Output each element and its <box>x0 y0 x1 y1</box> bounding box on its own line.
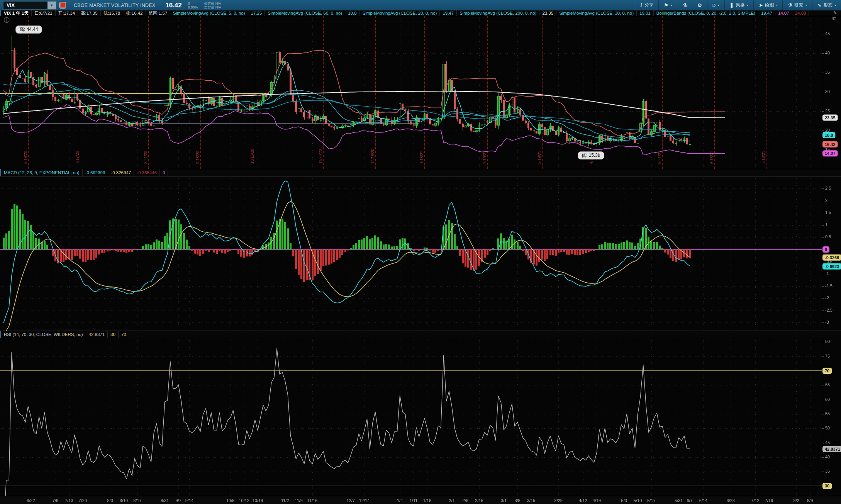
study-label[interactable]: SimpleMovingAvg (CLOSE, 20, 0, no) <box>360 10 440 16</box>
studies-button[interactable]: ⚗研究▾ <box>782 0 812 10</box>
bid-label: 买方价:N/A <box>204 2 221 5</box>
study-value: 19.47 <box>758 10 775 16</box>
study-value: 23.35 <box>539 10 556 16</box>
chart-title: VIX 1 年 1天 <box>1 10 32 16</box>
study-label[interactable]: SimpleMovingAvg (CLOSE, 5, 0, no) <box>170 10 248 16</box>
candle-style-icon: ❚ <box>730 2 734 8</box>
events-button[interactable]: ⚑▾ <box>658 0 677 10</box>
study-label[interactable]: BollingerBands (CLOSE, 0, 20, -2.0, 2.0,… <box>654 10 758 16</box>
macd-value: -0.365446 <box>134 169 160 176</box>
macd-legend-row: MACD (12, 26, 9, EXPONENTIAL, no)-0.6923… <box>0 169 841 176</box>
study-value: 19.01 <box>637 10 654 16</box>
rsi-study-label[interactable]: RSI (14, 70, 30, CLOSE, WILDERS, no) <box>1 331 86 338</box>
top-toolbar: VIX ▼ CBOE MARKET VOLATILITY INDEX 16.42… <box>0 0 841 11</box>
chevron-down-icon: ▾ <box>805 4 807 7</box>
info-icon[interactable]: ⓘ <box>4 17 10 24</box>
wave-icon: ∿ <box>817 2 822 8</box>
ohlc-field-开: 开:17.34 <box>56 10 78 16</box>
rsi-value: 70 <box>119 331 129 338</box>
study-label[interactable]: SimpleMovingAvg (CLOSE, 200, 0, no) <box>457 10 539 16</box>
ohlc-field-低: 低:15.78 <box>101 10 123 16</box>
ohlc-field-高: 高:17.35 <box>78 10 100 16</box>
cursor-icon: ➤ <box>759 2 763 8</box>
bid-ask-stack: 买方价:N/A 卖方价:N/A <box>204 2 221 9</box>
rsi-legend-row: RSI (14, 70, 30, CLOSE, WILDERS, no)42.8… <box>0 331 841 338</box>
last-price: 16.42 <box>165 2 182 9</box>
macd-value: -0.692393 <box>83 169 109 176</box>
chevron-down-icon: ▾ <box>718 4 719 7</box>
share-button[interactable]: ⤴分享 <box>635 0 659 10</box>
beaker-icon: ⚗ <box>788 2 792 8</box>
chart-canvas[interactable] <box>0 0 841 504</box>
symbol-dropdown-button[interactable]: ▼ <box>47 2 56 9</box>
company-name: CBOE MARKET VOLATILITY INDEX <box>74 3 155 8</box>
share-label: 分享 <box>644 2 653 8</box>
change-percent: 0.00% <box>188 5 198 9</box>
patterns-button[interactable]: ∿形态▾ <box>812 0 841 10</box>
patterns-label: 形态 <box>823 2 832 8</box>
study-value: 18.8 <box>345 10 359 16</box>
flag-icon: ⚑ <box>664 2 668 8</box>
high-tooltip-text: 高: 44.44 <box>19 27 38 32</box>
timeframe-button[interactable]: D▾ <box>707 0 724 10</box>
change-value: 0 <box>188 2 198 5</box>
rsi-value: 42.8371 <box>86 331 108 338</box>
ohlc-field-日: 日:6/7/21 <box>32 10 56 16</box>
gear-icon: ⚙ <box>697 2 702 8</box>
chevron-down-icon: ▾ <box>671 4 672 7</box>
change-stack: 0 0.00% <box>188 2 198 9</box>
settings-button[interactable]: ⚙ <box>692 0 707 10</box>
style-label: 风格 <box>736 2 744 8</box>
study-label[interactable]: SimpleMovingAvg (CLOSE, 30, 0, no) <box>556 10 637 16</box>
timeframe-label: D <box>712 3 716 8</box>
analyze-button[interactable]: ⚗ <box>677 0 692 10</box>
high-tooltip: 高: 44.44 <box>15 25 42 34</box>
chevron-down-icon: ▾ <box>834 4 836 7</box>
draw-label: 绘图 <box>765 2 774 8</box>
share-icon: ⤴ <box>640 2 643 8</box>
macd-value: -0.326947 <box>108 169 134 176</box>
rsi-value: 30 <box>108 331 119 338</box>
study-value: 17.25 <box>248 10 265 16</box>
study-value: 19.47 <box>440 10 457 16</box>
ask-label: 卖方价:N/A <box>204 5 221 9</box>
macd-study-label[interactable]: MACD (12, 26, 9, EXPONENTIAL, no) <box>1 169 83 176</box>
draw-button[interactable]: ➤绘图▾ <box>753 0 782 10</box>
study-value: 24.88 <box>792 10 809 16</box>
chevron-down-icon: ▾ <box>776 4 778 7</box>
panel-maximize-icon[interactable]: ⧉ <box>833 15 836 22</box>
symbol-value[interactable]: VIX <box>3 2 47 9</box>
chart-application: VIX ▼ CBOE MARKET VOLATILITY INDEX 16.42… <box>0 0 841 504</box>
symbol-input[interactable]: VIX ▼ <box>3 1 56 10</box>
chevron-down-icon: ▼ <box>50 3 54 7</box>
studies-label: 研究 <box>794 2 803 8</box>
alert-icon[interactable] <box>59 2 66 8</box>
ohlc-field-范围: 范围:1.57 <box>146 10 171 16</box>
low-tooltip-text: 低: 15.38 <box>582 153 600 158</box>
study-value: 14.07 <box>775 10 792 16</box>
study-label[interactable]: SimpleMovingAvg (CLOSE, 60, 0, no) <box>265 10 345 16</box>
flask-icon: ⚗ <box>682 2 687 8</box>
macd-value: 0 <box>160 169 168 176</box>
edit-studies-icon[interactable]: ✎ <box>829 10 841 16</box>
toolbar-actions: ⤴分享⚑▾⚗⚙D▾❚风格▾➤绘图▾⚗研究▾∿形态▾ <box>635 0 841 10</box>
ohlc-field-收: 收:16.42 <box>123 10 146 16</box>
style-button[interactable]: ❚风格▾ <box>724 0 753 10</box>
low-tooltip: 低: 15.38 <box>578 151 604 160</box>
price-legend-row: VIX 1 年 1天日:6/7/21开:17.34高:17.35低:15.78收… <box>0 10 841 16</box>
chevron-down-icon: ▾ <box>747 4 748 7</box>
